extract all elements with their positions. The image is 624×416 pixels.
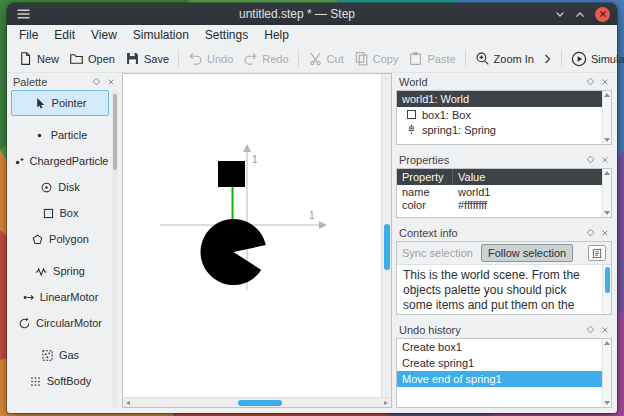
toolbar-separator	[465, 50, 466, 67]
paste-button[interactable]: Paste	[403, 48, 460, 69]
palette-item-pointer[interactable]: Pointer	[11, 90, 109, 116]
scroll-down-arrow-icon	[604, 138, 610, 142]
palette-item-circularmotor[interactable]: CircularMotor	[11, 310, 109, 336]
x-axis-arrow	[319, 221, 327, 229]
canvas-vertical-scrollbar[interactable]	[381, 74, 391, 397]
undo-button[interactable]: Undo	[183, 48, 238, 69]
circular-motor-icon	[18, 317, 31, 330]
properties-dock-header: Properties	[396, 151, 612, 168]
property-row-color[interactable]: color #ffffffff	[397, 198, 602, 211]
minimize-button[interactable]	[555, 11, 565, 18]
new-button[interactable]: New	[13, 48, 64, 69]
column-property[interactable]: Property	[397, 169, 453, 185]
palette-scrollbar[interactable]	[112, 90, 118, 408]
box1-object[interactable]	[218, 161, 245, 187]
context-info-text-area[interactable]: This is the world scene. From the object…	[397, 265, 611, 314]
canvas-horizontal-scrollbar[interactable]	[123, 397, 391, 407]
menu-help[interactable]: Help	[256, 26, 297, 44]
undo-history-item-selected[interactable]: Move end of spring1	[397, 371, 602, 387]
maximize-button[interactable]	[575, 11, 585, 18]
context-info-toolbar: Sync selection Follow selection	[397, 242, 611, 265]
palette-item-disk[interactable]: Disk	[11, 174, 109, 200]
palette-item-softbody[interactable]: SoftBody	[11, 368, 109, 394]
menu-file[interactable]: File	[11, 26, 46, 44]
palette-item-linearmotor[interactable]: LinearMotor	[11, 284, 109, 310]
step-window: untitled.step * — Step File Edit View	[7, 3, 617, 413]
world-dock-header: World	[396, 73, 612, 90]
world-scene-canvas[interactable]: 1 1	[122, 73, 392, 408]
palette-item-polygon[interactable]: Polygon	[11, 226, 109, 252]
world-tree-root[interactable]: world1: World	[397, 91, 602, 107]
undo-history-dock: Undo history Create box1 Create spring1 …	[396, 321, 612, 408]
follow-selection-button[interactable]: Follow selection	[481, 244, 573, 262]
redo-button[interactable]: Redo	[238, 48, 293, 69]
scroll-right-arrow-icon[interactable]	[384, 401, 388, 405]
titlebar[interactable]: untitled.step * — Step	[7, 3, 617, 25]
palette-item-spring[interactable]: Spring	[11, 258, 109, 284]
column-value[interactable]: Value	[453, 169, 602, 185]
undo-history-item[interactable]: Create spring1	[397, 355, 602, 371]
float-dock-icon[interactable]	[586, 325, 595, 334]
palette-dock-header: Palette	[10, 73, 118, 90]
properties-table-header: Property Value	[397, 169, 602, 185]
palette-item-weightforce[interactable]: WeightForce	[11, 400, 109, 408]
box-icon	[406, 109, 417, 120]
undo-icon	[188, 51, 203, 66]
context-info-scrollbar[interactable]	[602, 265, 611, 314]
window-menu-button[interactable]	[17, 9, 30, 19]
scroll-left-arrow-icon[interactable]	[126, 401, 130, 405]
context-info-scrollbar-thumb[interactable]	[605, 267, 610, 293]
particle-icon	[33, 129, 46, 142]
scroll-down-arrow-icon	[604, 401, 610, 405]
menu-simulation[interactable]: Simulation	[125, 26, 197, 44]
cut-button[interactable]: Cut	[303, 48, 349, 69]
world-tree-item-box1[interactable]: box1: Box	[397, 107, 602, 122]
open-folder-icon	[69, 51, 84, 66]
save-button[interactable]: Save	[120, 48, 174, 69]
float-dock-icon[interactable]	[586, 77, 595, 86]
undo-history-scrollbar[interactable]	[602, 339, 611, 407]
open-button[interactable]: Open	[64, 48, 120, 69]
undo-history-item[interactable]: Create box1	[397, 339, 602, 355]
canvas-vertical-scrollbar-thumb[interactable]	[384, 224, 390, 270]
close-dock-icon[interactable]	[107, 78, 115, 86]
properties-scrollbar[interactable]	[602, 169, 611, 217]
sync-selection-button[interactable]: Sync selection	[402, 247, 473, 259]
close-button[interactable]	[595, 7, 610, 22]
context-options-button[interactable]	[588, 245, 606, 261]
polygon-icon	[31, 233, 44, 246]
palette-item-particle[interactable]: Particle	[11, 122, 109, 148]
menu-settings[interactable]: Settings	[197, 26, 256, 44]
close-dock-icon[interactable]	[601, 156, 609, 164]
close-dock-icon[interactable]	[601, 326, 609, 334]
world-dock: World world1: World box1: Box spring1: S…	[396, 73, 612, 145]
canvas-horizontal-scrollbar-thumb[interactable]	[238, 400, 282, 406]
copy-button[interactable]: Copy	[349, 48, 404, 69]
palette-item-gas[interactable]: Gas	[11, 342, 109, 368]
menu-edit[interactable]: Edit	[46, 26, 83, 44]
palette-scrollbar-thumb[interactable]	[113, 94, 117, 170]
float-dock-icon[interactable]	[586, 228, 595, 237]
float-dock-icon[interactable]	[586, 155, 595, 164]
play-circle-icon	[571, 51, 587, 67]
save-floppy-icon	[125, 51, 140, 66]
property-row-name[interactable]: name world1	[397, 185, 602, 198]
float-dock-icon[interactable]	[92, 77, 101, 86]
palette-item-box[interactable]: Box	[11, 200, 109, 226]
dock-title: Palette	[10, 76, 92, 88]
palette-item-chargedparticle[interactable]: ChargedParticle	[11, 148, 109, 174]
zoom-in-button[interactable]: Zoom In	[470, 48, 539, 69]
world-scrollbar[interactable]	[602, 91, 611, 144]
toolbar-overflow-button[interactable]	[539, 51, 557, 67]
close-dock-icon[interactable]	[601, 229, 609, 237]
weight-force-icon	[20, 407, 33, 409]
clipboard-icon	[408, 51, 423, 66]
x-axis-unit-label: 1	[309, 210, 315, 221]
world-tree-item-spring1[interactable]: spring1: Spring	[397, 122, 602, 137]
close-dock-icon[interactable]	[601, 78, 609, 86]
dock-title: Properties	[396, 154, 586, 166]
simulate-button[interactable]: Simulate	[566, 48, 624, 70]
chevron-right-icon	[544, 54, 552, 64]
disk-object[interactable]	[201, 219, 266, 285]
menu-view[interactable]: View	[83, 26, 125, 44]
